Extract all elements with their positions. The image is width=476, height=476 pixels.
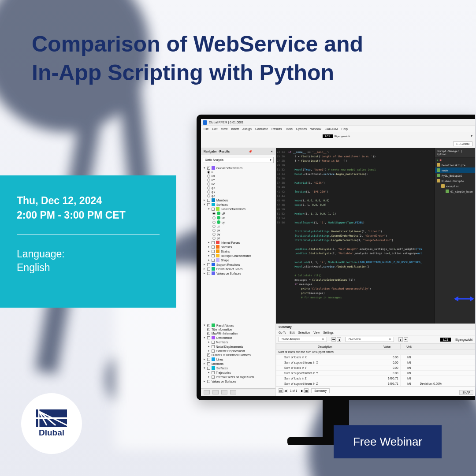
script-item[interactable]: Dlubal-Skripte — [435, 178, 475, 183]
nav-tab-views-icon[interactable] — [221, 390, 227, 394]
tree-item[interactable]: φY — [203, 190, 274, 194]
radio[interactable] — [207, 194, 210, 197]
radio[interactable] — [212, 237, 216, 240]
script-item[interactable]: Benutzerskripte — [435, 162, 475, 167]
tree-item[interactable]: ux — [203, 216, 274, 220]
tree-item[interactable]: φx — [203, 228, 274, 232]
expand-icon[interactable]: ▸ — [207, 345, 210, 348]
prev-icon[interactable]: ◀ — [337, 337, 341, 342]
summary-analysis-dropdown[interactable]: Static Analysis▾ — [279, 337, 327, 342]
radio[interactable] — [212, 216, 216, 219]
expand-icon[interactable]: ▸ — [207, 340, 210, 344]
summary-lc-badge[interactable]: LC1 — [440, 338, 451, 342]
expand-icon[interactable]: ▸ — [207, 254, 210, 257]
menu-tools[interactable]: Tools — [285, 127, 292, 130]
tree-item[interactable]: ▸Shape — [203, 258, 274, 262]
radio[interactable] — [212, 212, 216, 215]
tree-item[interactable]: ▸Stresses — [203, 245, 274, 249]
script-item[interactable]: examples — [435, 183, 475, 189]
expand-icon[interactable]: ▸ — [203, 267, 206, 271]
expand-icon[interactable]: ▾ — [203, 324, 206, 327]
summary-menu-view[interactable]: View — [313, 331, 320, 334]
tree-item[interactable]: ▾Result Values — [203, 323, 274, 327]
menu-window[interactable]: Window — [310, 127, 321, 130]
tree-item[interactable]: uZ — [203, 182, 274, 186]
tree-item[interactable]: φZ — [203, 194, 274, 198]
expand-icon[interactable]: ▸ — [207, 349, 210, 353]
expand-icon[interactable]: ▾ — [203, 336, 206, 339]
expand-icon[interactable]: ▸ — [207, 249, 210, 253]
checkbox[interactable] — [212, 371, 215, 374]
checkbox[interactable] — [207, 353, 210, 357]
next-icon[interactable]: ▶ — [300, 389, 304, 393]
tree-item[interactable]: Title Information — [203, 327, 274, 331]
checkbox[interactable] — [207, 328, 210, 331]
checkbox[interactable] — [212, 241, 215, 244]
expand-icon[interactable]: ▸ — [207, 241, 210, 244]
tree-item[interactable]: φX — [203, 186, 274, 190]
tree-item[interactable]: ▸Extreme Displacement — [203, 349, 274, 353]
tree-item[interactable]: uR — [203, 211, 274, 216]
tree-item[interactable]: ▸Lines — [203, 357, 274, 361]
menu-calculate[interactable]: Calculate — [255, 127, 268, 130]
checkbox[interactable] — [207, 332, 210, 335]
menu-help[interactable]: Help — [341, 127, 347, 130]
snap-indicator[interactable]: SNAP — [459, 390, 473, 395]
checkbox[interactable] — [207, 380, 210, 383]
radio[interactable] — [212, 233, 216, 236]
radio[interactable] — [212, 229, 216, 232]
expand-icon[interactable]: ▸ — [207, 258, 210, 262]
tree-item[interactable]: uz — [203, 224, 274, 228]
checkbox[interactable] — [212, 259, 215, 262]
checkbox[interactable] — [207, 367, 210, 370]
expand-icon[interactable]: ▸ — [203, 357, 206, 361]
summary-menu-settings[interactable]: Settings — [323, 331, 334, 334]
table-row[interactable]: Sum of loads in Z1495.71kN — [276, 376, 475, 381]
expand-icon[interactable]: ▾ — [203, 203, 206, 206]
expand-icon[interactable]: ▸ — [207, 245, 210, 249]
menu-results[interactable]: Results — [271, 127, 282, 130]
radio[interactable] — [212, 225, 216, 228]
checkbox[interactable] — [207, 336, 210, 339]
script-item[interactable]: PyGL_Beispiel — [435, 173, 475, 178]
tree-item[interactable]: ▸Internal Forces — [203, 240, 274, 245]
checkbox[interactable] — [212, 254, 215, 257]
tree-item[interactable]: ▸Strains — [203, 249, 274, 253]
expand-icon[interactable]: ▸ — [203, 271, 206, 275]
summary-view-dropdown[interactable]: Overview▾ — [346, 337, 394, 342]
last-icon[interactable]: ⏭ — [404, 337, 408, 342]
tree-item[interactable]: ▸Values on Surfaces — [203, 271, 274, 275]
checkbox[interactable] — [212, 341, 215, 344]
checkbox[interactable] — [207, 358, 210, 361]
tree-item[interactable]: uX — [203, 174, 274, 178]
tree-item[interactable]: uy — [203, 220, 274, 224]
tree-item[interactable]: uY — [203, 178, 274, 182]
nav-tab-data-icon[interactable] — [204, 390, 210, 394]
menu-file[interactable]: File — [204, 127, 208, 130]
checkbox[interactable] — [207, 203, 210, 206]
menu-insert[interactable]: Insert — [231, 127, 239, 130]
nav-tab-display-icon[interactable] — [212, 390, 219, 394]
lc-badge[interactable]: LC1 — [323, 134, 333, 138]
tree-item[interactable]: ▾Global Deformations — [203, 166, 274, 170]
tree-item[interactable]: ▸Members — [203, 198, 274, 202]
first-icon[interactable]: ⏮ — [279, 388, 283, 393]
expand-icon[interactable]: ▾ — [203, 166, 206, 170]
expand-icon[interactable]: ▸ — [207, 371, 210, 374]
tree-item[interactable]: ▸Distribution of Loads — [203, 267, 274, 271]
tree-item[interactable]: u — [203, 170, 274, 174]
tree-item[interactable]: ▸Trajectories — [203, 370, 274, 375]
table-row[interactable]: Sum of support forces in X0.00kN — [276, 360, 475, 365]
table-row[interactable]: Sum of support forces in Z1495.71kNDevia… — [276, 381, 475, 387]
table-row[interactable]: Sum of loads in Y0.00kN — [276, 365, 475, 371]
radio[interactable] — [207, 178, 210, 182]
tree-item[interactable]: ▸Members — [203, 361, 274, 366]
tree-item[interactable]: ▸Values on Surfaces — [203, 379, 274, 383]
expand-icon[interactable]: ▾ — [207, 207, 210, 211]
summary-menu-selection[interactable]: Selection — [298, 331, 310, 334]
tree-item[interactable]: ▸Isotropic Characteristics — [203, 253, 274, 258]
run-icon[interactable]: ▶ — [437, 158, 439, 161]
radio[interactable] — [207, 190, 210, 193]
checkbox[interactable] — [207, 324, 210, 327]
tree-item[interactable]: ▸Support Reactions — [203, 262, 274, 267]
